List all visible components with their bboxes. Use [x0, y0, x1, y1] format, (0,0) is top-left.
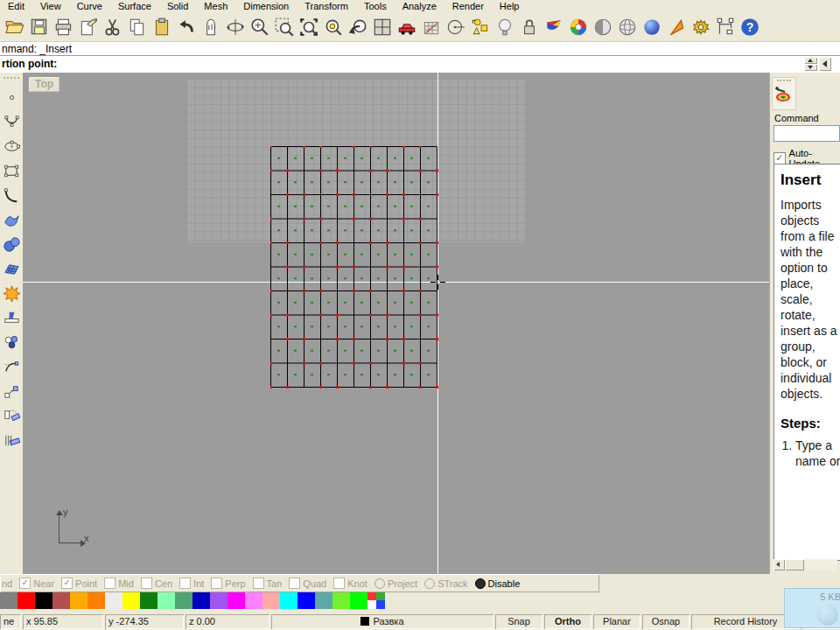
undo-icon[interactable]: [175, 16, 198, 38]
color-swatch-13[interactable]: [228, 592, 245, 609]
color-swatch-10[interactable]: [175, 592, 192, 609]
osnap-int[interactable]: Int: [179, 578, 204, 589]
help-search-input[interactable]: [774, 125, 840, 142]
analyze-rainbow-icon[interactable]: [774, 85, 794, 106]
viewport-layout-icon[interactable]: [371, 16, 394, 38]
menu-curve[interactable]: Curve: [69, 0, 110, 12]
command-prompt-line[interactable]: rtion point:: [2, 58, 57, 70]
layer-button[interactable]: Развка: [271, 614, 494, 629]
zoom-selected-icon[interactable]: [322, 16, 345, 38]
edit-curve-icon[interactable]: [1, 356, 22, 377]
flag-icon[interactable]: [665, 16, 688, 38]
surface-icon[interactable]: [1, 209, 22, 230]
dimension-icon[interactable]: [714, 16, 737, 38]
viewport-title[interactable]: Top: [29, 77, 60, 92]
checkbox-icon[interactable]: [211, 578, 222, 589]
control-curve-icon[interactable]: [1, 111, 22, 132]
color-swatch-6[interactable]: [105, 592, 122, 609]
shaded-view-icon[interactable]: [542, 16, 565, 38]
arc-icon[interactable]: [1, 185, 22, 206]
osnap-mid[interactable]: Mid: [104, 578, 134, 589]
color-swatch-4[interactable]: [70, 592, 88, 609]
panel-tab[interactable]: [772, 77, 796, 110]
color-swatch-12[interactable]: [210, 592, 228, 609]
point-icon[interactable]: [1, 87, 22, 108]
color-swatch-0[interactable]: [0, 592, 18, 609]
zoom-dynamic-icon[interactable]: [248, 16, 271, 38]
menu-analyze[interactable]: Analyze: [395, 0, 444, 12]
group-icon[interactable]: [469, 16, 492, 38]
move-icon[interactable]: [1, 381, 22, 402]
menu-transform[interactable]: Transform: [297, 0, 356, 12]
wireframe-sphere-icon[interactable]: [616, 16, 639, 38]
osnap-quad[interactable]: Quad: [289, 578, 326, 589]
checkbox-icon[interactable]: [253, 578, 264, 589]
color-swatch-11[interactable]: [192, 592, 210, 609]
car-icon[interactable]: [396, 16, 418, 38]
color-swatch-14[interactable]: [245, 592, 262, 609]
checkbox-icon[interactable]: [141, 578, 152, 589]
color-swatch-multi[interactable]: [368, 592, 385, 609]
gears-icon[interactable]: [690, 16, 712, 38]
menu-surface[interactable]: Surface: [110, 0, 159, 12]
menu-solid[interactable]: Solid: [159, 0, 196, 12]
spin-up-button[interactable]: [804, 57, 817, 64]
toggle-snap[interactable]: Snap: [495, 614, 542, 629]
osnap-tan[interactable]: Tan: [253, 578, 283, 589]
open-icon[interactable]: [4, 16, 26, 38]
osnap-nd[interactable]: nd: [2, 578, 12, 589]
color-swatch-17[interactable]: [298, 592, 315, 609]
toolbar-grip[interactable]: [4, 77, 19, 81]
notification-popup[interactable]: 5 KB: [784, 588, 840, 628]
checkbox-icon[interactable]: [289, 578, 300, 589]
color-swatch-15[interactable]: [262, 592, 280, 609]
color-swatch-9[interactable]: [158, 592, 175, 609]
explode-icon[interactable]: [1, 283, 22, 304]
color-swatch-16[interactable]: [280, 592, 298, 609]
viewport-top[interactable]: Top y x: [23, 73, 769, 574]
color-swatch-18[interactable]: [315, 592, 332, 609]
osnap-radio-strack[interactable]: STrack: [424, 578, 467, 589]
osnap-cen[interactable]: Cen: [141, 578, 172, 589]
color-swatch-3[interactable]: [52, 592, 70, 609]
rotate-view-icon[interactable]: [224, 16, 247, 38]
zoom-window-icon[interactable]: [273, 16, 296, 38]
paste-icon[interactable]: [150, 16, 173, 38]
scroll-left-button[interactable]: [774, 559, 785, 570]
array-icon[interactable]: [1, 430, 22, 451]
color-swatch-1[interactable]: [18, 592, 35, 609]
spin-down-button[interactable]: [804, 64, 817, 71]
color-swatch-8[interactable]: [140, 592, 158, 609]
pan-icon[interactable]: [200, 16, 222, 38]
print-icon[interactable]: [52, 16, 75, 38]
panel-grip[interactable]: [777, 80, 791, 83]
osnap-near[interactable]: ✓Near: [19, 578, 54, 589]
help-horizontal-scrollbar[interactable]: [774, 559, 837, 570]
checkbox-icon[interactable]: [179, 578, 191, 589]
export-icon[interactable]: [77, 16, 100, 38]
command-history-spinner[interactable]: [804, 57, 817, 71]
osnap-knot[interactable]: Knot: [333, 578, 368, 589]
help-icon[interactable]: ?: [738, 16, 761, 38]
lightbulb-icon[interactable]: [494, 16, 516, 38]
auto-update-checkbox[interactable]: ✓: [774, 152, 786, 164]
osnap-perp[interactable]: Perp: [211, 578, 245, 589]
radio-icon[interactable]: [374, 578, 385, 589]
menu-dimension[interactable]: Dimension: [235, 0, 297, 12]
toggle-ortho[interactable]: Ortho: [544, 614, 592, 629]
trim-icon[interactable]: [1, 307, 22, 328]
command-scroll-left-button[interactable]: [819, 57, 831, 71]
save-icon[interactable]: [28, 16, 51, 38]
group-dots-icon[interactable]: [1, 332, 22, 353]
color-swatch-7[interactable]: [122, 592, 140, 609]
menu-mesh[interactable]: Mesh: [196, 0, 235, 12]
color-swatch-5[interactable]: [88, 592, 105, 609]
toggle-planar[interactable]: Planar: [593, 614, 640, 629]
toggle-osnap[interactable]: Osnap: [642, 614, 690, 629]
menu-tools[interactable]: Tools: [356, 0, 395, 12]
color-swatch-19[interactable]: [332, 592, 350, 609]
render-icon[interactable]: [567, 16, 590, 38]
checkbox-icon[interactable]: ✓: [61, 578, 73, 589]
scroll-thumb[interactable]: [785, 559, 804, 570]
color-swatch-2[interactable]: [35, 592, 52, 609]
